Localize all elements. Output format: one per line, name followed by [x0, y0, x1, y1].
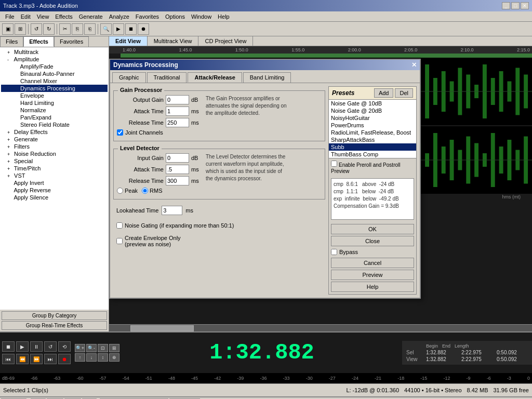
- ld-release-time-input[interactable]: [166, 176, 189, 185]
- release-time-input[interactable]: [166, 118, 189, 127]
- create-envelope-checkbox[interactable]: [116, 238, 123, 244]
- toolbar-btn-4[interactable]: ↻: [43, 23, 55, 35]
- view-tab-edit[interactable]: Edit View: [109, 36, 148, 46]
- tree-item-binaural[interactable]: Binaural Auto-Panner: [1, 70, 108, 77]
- tree-item-reverse[interactable]: Apply Reverse: [1, 187, 108, 194]
- toolbar-btn-10[interactable]: ⏹: [125, 23, 137, 35]
- tab-files[interactable]: Files: [0, 36, 23, 47]
- bypass-checkbox[interactable]: [331, 249, 337, 255]
- tree-item-time[interactable]: + Time/Pitch: [1, 165, 108, 172]
- stop-button[interactable]: ⏹: [2, 341, 15, 352]
- tree-item-generate[interactable]: + Generate: [1, 136, 108, 143]
- menu-favorites[interactable]: Favorites: [132, 12, 162, 21]
- tree-item-delay[interactable]: + Delay Effects: [1, 128, 108, 136]
- toolbar-btn-6[interactable]: ⎘: [72, 23, 83, 35]
- input-gain-input[interactable]: [166, 153, 189, 163]
- tree-item-channel[interactable]: Channel Mixer: [1, 77, 108, 85]
- zoom-v-fit-button[interactable]: ↕: [98, 353, 108, 362]
- tree-item-amplitude[interactable]: - Amplitude: [1, 56, 108, 63]
- rewind-button[interactable]: ⏪: [16, 354, 29, 364]
- zoom-in-button[interactable]: 🔍+: [75, 344, 85, 352]
- repeat-button[interactable]: ⟲: [58, 341, 71, 352]
- zoom-v-in-button[interactable]: ↑: [75, 353, 85, 362]
- menu-generate[interactable]: Generate: [76, 12, 106, 21]
- ld-attack-time-input[interactable]: [166, 165, 189, 174]
- tree-item-hard-limiting[interactable]: Hard Limiting: [1, 99, 108, 107]
- toolbar-btn-2[interactable]: ⊞: [15, 23, 26, 35]
- preview-button[interactable]: Preview: [331, 270, 414, 280]
- close-dialog-button[interactable]: Close: [331, 236, 414, 246]
- lookahead-input[interactable]: [162, 206, 182, 215]
- toolbar-btn-8[interactable]: 🔍: [100, 23, 112, 35]
- preset-item[interactable]: SharpAttackBass: [329, 136, 416, 143]
- record-button[interactable]: ⏺: [58, 354, 71, 364]
- tree-item-dynamics[interactable]: Dynamics Processing: [1, 85, 108, 92]
- menu-file[interactable]: File: [2, 12, 18, 21]
- tree-item-envelope[interactable]: Envelope: [1, 92, 108, 99]
- loop-button[interactable]: ↺: [44, 341, 57, 352]
- tree-item-pan[interactable]: Pan/Expand: [1, 114, 108, 121]
- help-button[interactable]: Help: [331, 282, 414, 292]
- menu-options[interactable]: Options: [162, 12, 188, 21]
- pause-button[interactable]: ⏸: [30, 341, 43, 352]
- joint-channels-checkbox[interactable]: [117, 129, 123, 136]
- zoom-out-button[interactable]: 🔍-: [86, 344, 97, 352]
- dialog-tab-graphic[interactable]: Graphic: [112, 72, 146, 83]
- tree-item-noise[interactable]: + Noise Reduction: [1, 150, 108, 157]
- forward-button[interactable]: ⏩: [30, 354, 43, 364]
- tree-item-special[interactable]: + Special: [1, 157, 108, 165]
- close-button[interactable]: ✕: [521, 2, 529, 9]
- toolbar-btn-7[interactable]: ⎗: [84, 23, 96, 35]
- enable-preroll-checkbox[interactable]: [331, 161, 337, 167]
- zoom-selection-button[interactable]: ⊞: [109, 344, 119, 352]
- cancel-button[interactable]: Cancel: [331, 258, 414, 268]
- preset-item[interactable]: Noise Gate @ 20dB: [329, 107, 416, 114]
- toolbar-btn-3[interactable]: ↺: [31, 23, 42, 35]
- rewind-start-button[interactable]: ⏮: [2, 354, 15, 364]
- play-button[interactable]: ▶: [16, 341, 29, 352]
- tree-item-invert[interactable]: Apply Invert: [1, 179, 108, 187]
- toolbar-btn-9[interactable]: ▶: [113, 23, 124, 35]
- tree-item-filters[interactable]: + Filters: [1, 143, 108, 150]
- preset-item-selected[interactable]: Subb: [329, 143, 416, 151]
- view-tab-multitrack[interactable]: Multitrack View: [148, 36, 199, 46]
- zoom-full-button[interactable]: ⊡: [98, 344, 108, 352]
- ok-button[interactable]: OK: [331, 224, 414, 234]
- menu-help[interactable]: Help: [215, 12, 233, 21]
- preset-item[interactable]: NoisyHotGuitar: [329, 114, 416, 122]
- preset-item[interactable]: RadioLimit, FastRelease, Boost: [329, 129, 416, 136]
- tab-favorites[interactable]: Favorites: [54, 36, 89, 47]
- toolbar-btn-11[interactable]: ⏺: [138, 23, 149, 35]
- scrollbar-thumb[interactable]: [130, 325, 194, 331]
- menu-analyze[interactable]: Analyze: [106, 12, 132, 21]
- zoom-v-out-button[interactable]: ↓: [86, 353, 97, 362]
- tree-item-multitrack[interactable]: + Multitrack: [1, 48, 108, 56]
- tree-item-normalize[interactable]: Normalize: [1, 107, 108, 114]
- toolbar-btn-1[interactable]: ▣: [2, 23, 14, 35]
- preset-item[interactable]: Noise Gate @ 10dB: [329, 100, 416, 107]
- menu-effects[interactable]: Effects: [52, 12, 75, 21]
- group-realtime-button[interactable]: Group Real-Time Effects: [2, 321, 107, 330]
- tree-item-silence[interactable]: Apply Silence: [1, 194, 108, 201]
- view-tab-cd[interactable]: CD Project View: [198, 36, 253, 46]
- dialog-close-button[interactable]: ✕: [411, 61, 417, 69]
- peak-radio[interactable]: [117, 188, 123, 194]
- group-by-category-button[interactable]: Group By Category: [2, 311, 107, 320]
- dialog-tab-traditional[interactable]: Traditional: [147, 72, 187, 83]
- attack-time-input[interactable]: [166, 107, 189, 116]
- menu-view[interactable]: View: [34, 12, 52, 21]
- dialog-tab-bandlimiting[interactable]: Band Limiting: [243, 72, 291, 83]
- noise-gating-checkbox[interactable]: [116, 222, 123, 229]
- menu-window[interactable]: Window: [188, 12, 215, 21]
- tree-item-stereo[interactable]: Stereo Field Rotate: [1, 121, 108, 128]
- rms-radio[interactable]: [142, 188, 148, 194]
- tree-item-vst[interactable]: + VST: [1, 172, 108, 179]
- preset-item[interactable]: ThumbBass Comp: [329, 151, 416, 158]
- maximize-button[interactable]: □: [511, 2, 520, 9]
- menu-edit[interactable]: Edit: [18, 12, 34, 21]
- tree-item-amplify[interactable]: Amplify/Fade: [1, 63, 108, 70]
- zoom-fit-all-button[interactable]: ⊕: [109, 353, 119, 362]
- forward-end-button[interactable]: ⏭: [44, 354, 57, 364]
- toolbar-btn-5[interactable]: ✂: [59, 23, 71, 35]
- preset-item[interactable]: PowerDrums: [329, 122, 416, 129]
